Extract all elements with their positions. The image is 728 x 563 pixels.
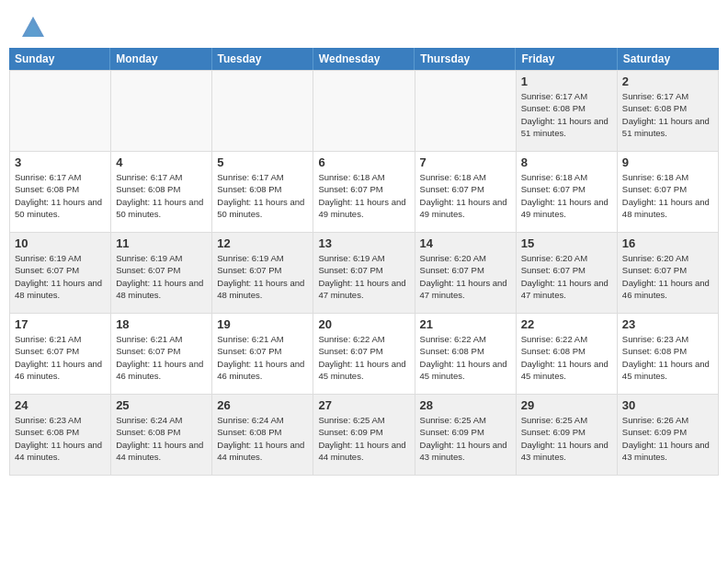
- day-info: Sunrise: 6:22 AM Sunset: 6:08 PM Dayligh…: [521, 333, 612, 382]
- day-info: Sunrise: 6:18 AM Sunset: 6:07 PM Dayligh…: [622, 171, 713, 220]
- day-number: 1: [521, 75, 612, 88]
- day-info: Sunrise: 6:17 AM Sunset: 6:08 PM Dayligh…: [622, 90, 713, 139]
- day-info: Sunrise: 6:22 AM Sunset: 6:08 PM Dayligh…: [420, 333, 511, 382]
- calendar-cell: 18Sunrise: 6:21 AM Sunset: 6:07 PM Dayli…: [111, 314, 212, 395]
- day-info: Sunrise: 6:20 AM Sunset: 6:07 PM Dayligh…: [622, 252, 713, 301]
- calendar-cell: [313, 71, 415, 152]
- header-day-thursday: Thursday: [415, 48, 516, 70]
- day-info: Sunrise: 6:18 AM Sunset: 6:07 PM Dayligh…: [521, 171, 612, 220]
- day-number: 15: [521, 236, 612, 250]
- day-info: Sunrise: 6:20 AM Sunset: 6:07 PM Dayligh…: [521, 252, 612, 301]
- calendar-cell: 19Sunrise: 6:21 AM Sunset: 6:07 PM Dayli…: [212, 314, 313, 395]
- day-number: 24: [15, 398, 106, 412]
- calendar-cell: 23Sunrise: 6:23 AM Sunset: 6:08 PM Dayli…: [618, 314, 719, 395]
- day-number: 20: [318, 317, 409, 331]
- day-number: 3: [15, 155, 106, 169]
- calendar-cell: 1Sunrise: 6:17 AM Sunset: 6:08 PM Daylig…: [517, 71, 618, 152]
- header-day-wednesday: Wednesday: [313, 48, 415, 70]
- day-number: 2: [622, 75, 713, 88]
- calendar-cell: 25Sunrise: 6:24 AM Sunset: 6:08 PM Dayli…: [111, 395, 212, 476]
- day-number: 30: [622, 398, 713, 412]
- day-info: Sunrise: 6:17 AM Sunset: 6:08 PM Dayligh…: [15, 171, 106, 220]
- calendar-cell: 26Sunrise: 6:24 AM Sunset: 6:08 PM Dayli…: [212, 395, 313, 476]
- day-number: 25: [116, 398, 207, 412]
- day-number: 13: [318, 236, 409, 250]
- calendar-cell: 6Sunrise: 6:18 AM Sunset: 6:07 PM Daylig…: [313, 152, 415, 233]
- day-info: Sunrise: 6:19 AM Sunset: 6:07 PM Dayligh…: [15, 252, 106, 301]
- day-number: 7: [420, 155, 511, 169]
- calendar-cell: 12Sunrise: 6:19 AM Sunset: 6:07 PM Dayli…: [212, 233, 313, 314]
- calendar-cell: 16Sunrise: 6:20 AM Sunset: 6:07 PM Dayli…: [618, 233, 719, 314]
- day-info: Sunrise: 6:25 AM Sunset: 6:09 PM Dayligh…: [521, 414, 612, 463]
- day-info: Sunrise: 6:19 AM Sunset: 6:07 PM Dayligh…: [217, 252, 308, 301]
- calendar-header: SundayMondayTuesdayWednesdayThursdayFrid…: [9, 48, 719, 70]
- day-info: Sunrise: 6:23 AM Sunset: 6:08 PM Dayligh…: [622, 333, 713, 382]
- calendar-cell: [212, 71, 313, 152]
- day-number: 18: [116, 317, 207, 331]
- day-number: 5: [217, 155, 308, 169]
- calendar-cell: 4Sunrise: 6:17 AM Sunset: 6:08 PM Daylig…: [111, 152, 212, 233]
- header-day-friday: Friday: [516, 48, 617, 70]
- day-number: 6: [318, 155, 409, 169]
- calendar-cell: 2Sunrise: 6:17 AM Sunset: 6:08 PM Daylig…: [618, 71, 719, 152]
- header-day-sunday: Sunday: [9, 48, 110, 70]
- day-number: 14: [420, 236, 511, 250]
- calendar-cell: 17Sunrise: 6:21 AM Sunset: 6:07 PM Dayli…: [10, 314, 111, 395]
- day-info: Sunrise: 6:24 AM Sunset: 6:08 PM Dayligh…: [116, 414, 207, 463]
- header-day-saturday: Saturday: [618, 48, 719, 70]
- calendar: SundayMondayTuesdayWednesdayThursdayFrid…: [0, 48, 728, 485]
- day-info: Sunrise: 6:19 AM Sunset: 6:07 PM Dayligh…: [116, 252, 207, 301]
- day-info: Sunrise: 6:17 AM Sunset: 6:08 PM Dayligh…: [521, 90, 612, 139]
- day-info: Sunrise: 6:26 AM Sunset: 6:09 PM Dayligh…: [622, 414, 713, 463]
- day-info: Sunrise: 6:25 AM Sunset: 6:09 PM Dayligh…: [318, 414, 409, 463]
- calendar-cell: 21Sunrise: 6:22 AM Sunset: 6:08 PM Dayli…: [415, 314, 517, 395]
- calendar-cell: 24Sunrise: 6:23 AM Sunset: 6:08 PM Dayli…: [10, 395, 111, 476]
- day-number: 21: [420, 317, 511, 331]
- day-info: Sunrise: 6:24 AM Sunset: 6:08 PM Dayligh…: [217, 414, 308, 463]
- calendar-cell: 10Sunrise: 6:19 AM Sunset: 6:07 PM Dayli…: [10, 233, 111, 314]
- calendar-cell: 5Sunrise: 6:17 AM Sunset: 6:08 PM Daylig…: [212, 152, 313, 233]
- day-number: 9: [622, 155, 713, 169]
- day-number: 10: [15, 236, 106, 250]
- calendar-cell: [10, 71, 111, 152]
- day-info: Sunrise: 6:21 AM Sunset: 6:07 PM Dayligh…: [116, 333, 207, 382]
- calendar-cell: [415, 71, 517, 152]
- calendar-cell: 7Sunrise: 6:18 AM Sunset: 6:07 PM Daylig…: [415, 152, 517, 233]
- day-info: Sunrise: 6:17 AM Sunset: 6:08 PM Dayligh…: [116, 171, 207, 220]
- day-number: 26: [217, 398, 308, 412]
- day-number: 27: [318, 398, 409, 412]
- day-number: 11: [116, 236, 207, 250]
- header-day-tuesday: Tuesday: [212, 48, 313, 70]
- day-number: 29: [521, 398, 612, 412]
- calendar-cell: 15Sunrise: 6:20 AM Sunset: 6:07 PM Dayli…: [517, 233, 618, 314]
- day-info: Sunrise: 6:21 AM Sunset: 6:07 PM Dayligh…: [15, 333, 106, 382]
- calendar-cell: 14Sunrise: 6:20 AM Sunset: 6:07 PM Dayli…: [415, 233, 517, 314]
- day-info: Sunrise: 6:17 AM Sunset: 6:08 PM Dayligh…: [217, 171, 308, 220]
- day-number: 19: [217, 317, 308, 331]
- logo: [18, 15, 46, 40]
- calendar-cell: 22Sunrise: 6:22 AM Sunset: 6:08 PM Dayli…: [517, 314, 618, 395]
- day-number: 22: [521, 317, 612, 331]
- day-number: 4: [116, 155, 207, 169]
- calendar-cell: 8Sunrise: 6:18 AM Sunset: 6:07 PM Daylig…: [517, 152, 618, 233]
- calendar-cell: 20Sunrise: 6:22 AM Sunset: 6:07 PM Dayli…: [313, 314, 415, 395]
- day-number: 23: [622, 317, 713, 331]
- day-number: 16: [622, 236, 713, 250]
- calendar-cell: 29Sunrise: 6:25 AM Sunset: 6:09 PM Dayli…: [517, 395, 618, 476]
- day-info: Sunrise: 6:25 AM Sunset: 6:09 PM Dayligh…: [420, 414, 511, 463]
- calendar-cell: 9Sunrise: 6:18 AM Sunset: 6:07 PM Daylig…: [618, 152, 719, 233]
- calendar-cell: 30Sunrise: 6:26 AM Sunset: 6:09 PM Dayli…: [618, 395, 719, 476]
- calendar-cell: 3Sunrise: 6:17 AM Sunset: 6:08 PM Daylig…: [10, 152, 111, 233]
- calendar-cell: 28Sunrise: 6:25 AM Sunset: 6:09 PM Dayli…: [415, 395, 517, 476]
- day-info: Sunrise: 6:23 AM Sunset: 6:08 PM Dayligh…: [15, 414, 106, 463]
- day-number: 28: [420, 398, 511, 412]
- calendar-cell: 11Sunrise: 6:19 AM Sunset: 6:07 PM Dayli…: [111, 233, 212, 314]
- day-info: Sunrise: 6:20 AM Sunset: 6:07 PM Dayligh…: [420, 252, 511, 301]
- day-info: Sunrise: 6:22 AM Sunset: 6:07 PM Dayligh…: [318, 333, 409, 382]
- logo-icon: [20, 15, 46, 40]
- day-number: 17: [15, 317, 106, 331]
- day-number: 8: [521, 155, 612, 169]
- header-day-monday: Monday: [110, 48, 211, 70]
- day-info: Sunrise: 6:18 AM Sunset: 6:07 PM Dayligh…: [420, 171, 511, 220]
- calendar-body: 1Sunrise: 6:17 AM Sunset: 6:08 PM Daylig…: [9, 70, 719, 476]
